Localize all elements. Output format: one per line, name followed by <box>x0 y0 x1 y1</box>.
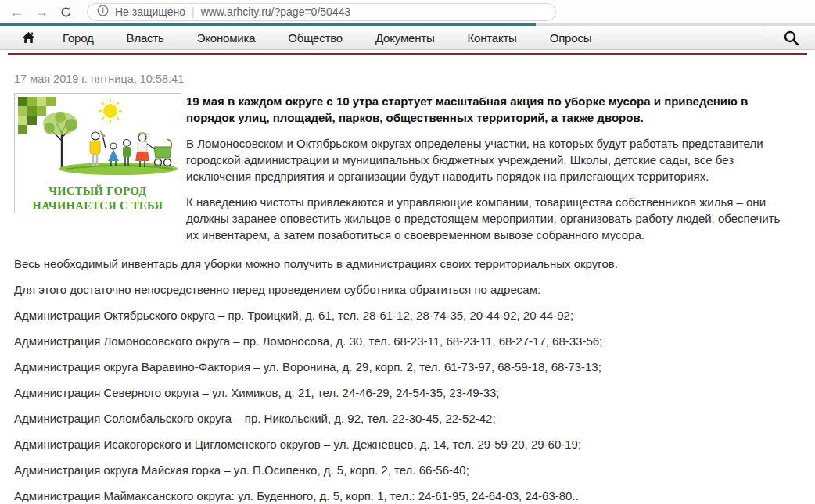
article-paragraph: К наведению чистоты привлекаются и управ… <box>186 194 790 243</box>
info-icon[interactable] <box>97 5 109 19</box>
article-page: 17 мая 2019 г. пятница, 10:58:41 <box>0 73 815 504</box>
nav-separator <box>767 29 767 46</box>
tree <box>43 112 77 169</box>
stroller <box>154 139 171 166</box>
nav-menu-item[interactable]: Документы <box>359 31 451 45</box>
nav-menu-item[interactable]: Общество <box>271 31 359 45</box>
home-icon <box>22 31 35 44</box>
browser-chrome: ← → Не защищено | www.arhcity.ru/?page=0… <box>0 0 815 23</box>
full-width-paragraphs: Весь необходимый инвентарь для уборки мо… <box>14 256 801 298</box>
address-bar[interactable]: Не защищено | www.arhcity.ru/?page=0/504… <box>87 3 556 21</box>
clean-city-poster-image: ЧИСТЫЙ ГОРОД НАЧИНАЕТСЯ С ТЕБЯ <box>14 93 181 213</box>
address-line: Администрация Северного округа – ул. Хим… <box>14 384 801 401</box>
address-line: Администрация Ломоносовского округа – пр… <box>14 333 801 349</box>
datetime-text: 17 мая 2019 г. пятница, 10:58:41 <box>14 73 801 85</box>
tab-underline <box>0 23 815 26</box>
tab-underline-fill <box>0 23 536 26</box>
nav-menu-item[interactable]: Власть <box>110 31 181 45</box>
forward-button[interactable]: → <box>34 5 48 19</box>
nav-menu-item[interactable]: Экономика <box>181 31 272 45</box>
header-accent-rule <box>8 53 807 55</box>
address-line: Администрация Маймаксанского округа: ул.… <box>14 488 801 504</box>
address-line: Администрация округа Варавино-Фактория –… <box>14 359 801 375</box>
poster-slogan-line1: ЧИСТЫЙ ГОРОД <box>18 184 178 198</box>
security-label: Не защищено <box>115 5 185 18</box>
nav-menu: ГородВластьЭкономикаОбществоДокументыКон… <box>46 31 608 45</box>
son-figure <box>123 140 131 167</box>
reload-icon[interactable] <box>59 5 73 19</box>
poster-illustration <box>18 97 178 180</box>
search-icon <box>783 30 799 46</box>
article-lead: 19 мая в каждом округе с 10 утра стартуе… <box>186 93 769 126</box>
article-paragraph: Весь необходимый инвентарь для уборки мо… <box>14 256 801 272</box>
address-divider: | <box>192 5 195 18</box>
search-button[interactable] <box>778 30 804 46</box>
grass <box>59 163 178 175</box>
father-figure <box>90 130 106 166</box>
article-paragraph: Для этого достаточно непосредственно пер… <box>14 281 801 298</box>
address-line: Администрация Октябрьского округа – пр. … <box>14 307 801 323</box>
nav-menu-item[interactable]: Опросы <box>533 31 609 45</box>
article-top: ЧИСТЫЙ ГОРОД НАЧИНАЕТСЯ С ТЕБЯ 19 мая в … <box>14 93 801 243</box>
nav-menu-item[interactable]: Контакты <box>451 31 533 45</box>
poster-slogan-line2: НАЧИНАЕТСЯ С ТЕБЯ <box>18 198 178 213</box>
address-line: Администрация Соломбальского округа – пр… <box>14 410 801 427</box>
side-paragraphs: В Ломоносовском и Октябрьском округах оп… <box>186 135 790 243</box>
nav-home-button[interactable] <box>11 31 46 44</box>
address-line: Администрация округа Майская горка – ул.… <box>14 462 801 478</box>
address-line: Администрация Исакогорского и Цигломенск… <box>14 436 801 452</box>
nav-menu-item[interactable]: Город <box>46 31 110 45</box>
lead-column: 19 мая в каждом округе с 10 утра стартуе… <box>186 93 801 243</box>
mother-figure <box>135 133 156 167</box>
sun <box>99 99 122 123</box>
site-nav: ГородВластьЭкономикаОбществоДокументыКон… <box>0 26 815 50</box>
back-button[interactable]: ← <box>9 5 23 19</box>
article-paragraph: В Ломоносовском и Октябрьском округах оп… <box>186 135 790 184</box>
url-text[interactable]: www.arhcity.ru/?page=0/50443 <box>201 5 351 18</box>
address-list: Администрация Октябрьского округа – пр. … <box>14 307 801 504</box>
